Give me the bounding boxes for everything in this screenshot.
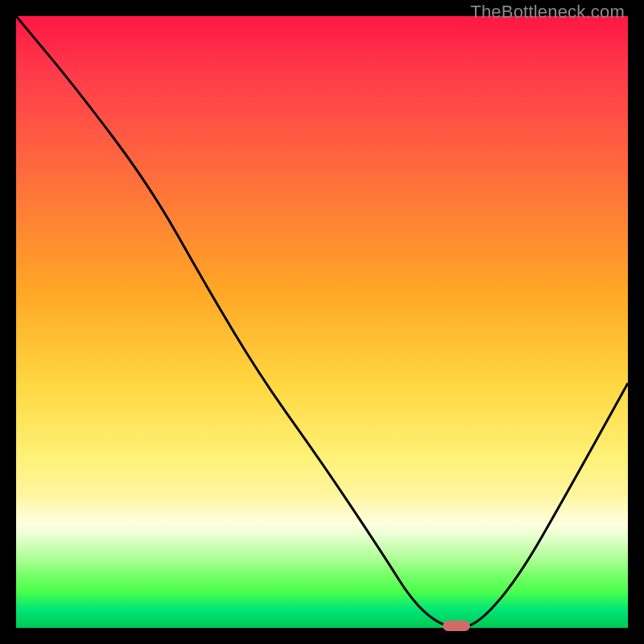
watermark-text: TheBottleneck.com bbox=[470, 2, 625, 23]
chart-canvas: TheBottleneck.com bbox=[0, 0, 644, 644]
bottleneck-curve bbox=[16, 16, 628, 628]
optimal-marker bbox=[443, 621, 470, 631]
plot-area bbox=[16, 16, 628, 628]
curve-path bbox=[16, 16, 628, 628]
